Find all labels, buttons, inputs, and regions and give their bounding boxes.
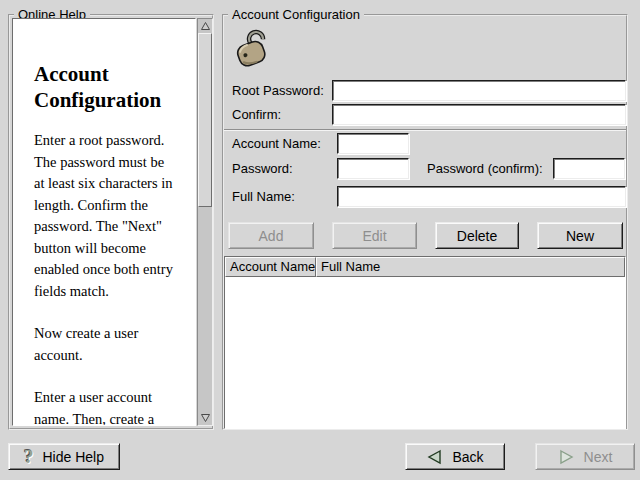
confirm-password-label: Confirm: [232,107,281,123]
next-button[interactable]: Next [535,443,635,470]
column-header-account-name[interactable]: Account Name [225,257,316,277]
help-text-view: Account Configuration Enter a root passw… [12,18,196,426]
new-button[interactable]: New [537,222,623,249]
next-label: Next [584,449,613,465]
help-title: Account Configuration [34,61,191,113]
hide-help-button[interactable]: ? Hide Help [8,443,120,470]
account-frame-label: Account Configuration [228,7,364,22]
installer-window: Online Help Account Configuration Enter … [0,0,640,480]
online-help-panel: Online Help Account Configuration Enter … [8,14,214,430]
scrollbar-thumb[interactable] [198,33,212,207]
table-header-row: Account Name Full Name [225,257,625,277]
back-button[interactable]: Back [405,443,505,470]
root-password-input[interactable] [332,80,626,101]
confirm-password-input[interactable] [332,104,626,125]
help-paragraph: Now create a user account. [34,323,191,366]
next-arrow-icon [558,449,575,465]
account-name-input[interactable] [337,133,409,154]
table-body[interactable] [225,277,625,428]
user-accounts-table[interactable]: Account Name Full Name [224,256,626,429]
question-mark-icon: ? [24,447,34,466]
account-configuration-panel: Account Configuration Root Password: Con… [222,14,628,430]
hide-help-label: Hide Help [43,449,104,465]
column-header-full-name[interactable]: Full Name [316,257,625,277]
user-password-input[interactable] [337,158,409,179]
back-label: Back [452,449,483,465]
root-password-label: Root Password: [232,83,324,99]
back-arrow-icon [426,449,443,465]
edit-button[interactable]: Edit [332,222,417,249]
add-button[interactable]: Add [228,222,314,249]
scroll-down-icon[interactable] [198,411,212,425]
user-password-confirm-input[interactable] [553,158,625,179]
help-paragraph: Enter a user account name. Then, create … [34,387,191,426]
user-password-label: Password: [232,161,293,177]
section-separator [224,129,626,131]
full-name-input[interactable] [337,186,626,207]
delete-button[interactable]: Delete [435,222,519,249]
help-scrollbar[interactable] [197,18,213,426]
help-paragraph: Enter a root password. The password must… [34,130,191,302]
user-password-confirm-label: Password (confirm): [427,161,543,177]
full-name-label: Full Name: [232,189,295,205]
scroll-up-icon[interactable] [198,19,212,33]
help-content: Account Configuration Enter a root passw… [13,19,195,426]
padlock-icon [230,28,272,72]
account-name-label: Account Name: [232,136,321,152]
